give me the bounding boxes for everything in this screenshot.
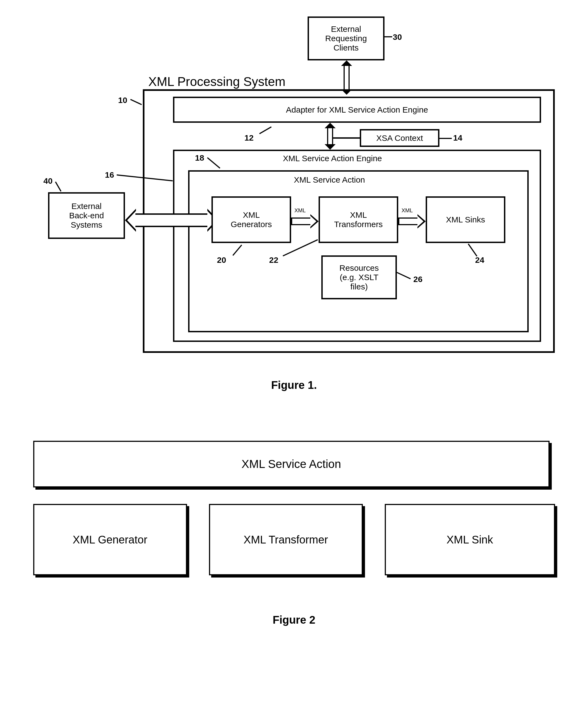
arrow-clients-adapter	[340, 60, 353, 95]
engine-title: XML Service Action Engine	[283, 154, 382, 163]
pipe-label-1: XML	[294, 207, 306, 214]
figure-2: XML Service Action XML Generator XML Tra…	[33, 441, 555, 575]
leader-30	[384, 36, 392, 37]
leader-14	[439, 138, 452, 139]
arrow-trans-sink	[398, 214, 426, 229]
ref-30: 30	[393, 33, 402, 42]
system-title: XML Processing System	[148, 74, 285, 89]
action-title: XML Service Action	[294, 175, 365, 185]
ref-12: 12	[245, 133, 253, 143]
fig2-service-action: XML Service Action	[33, 441, 549, 488]
figure-2-caption: Figure 2	[30, 614, 558, 626]
ref-18: 18	[195, 153, 204, 163]
xsa-context-box: XSA Context	[360, 129, 439, 147]
generators-box: XML Generators	[211, 196, 291, 243]
adapter-box: Adapter for XML Service Action Engine	[173, 97, 541, 123]
ref-22: 22	[269, 255, 278, 265]
pipe-label-2: XML	[401, 207, 413, 214]
leader-40	[55, 181, 61, 192]
ref-14: 14	[453, 133, 462, 143]
arrow-backend-generators	[125, 209, 218, 232]
arrow-adapter-engine	[324, 123, 336, 150]
fig2-sink: XML Sink	[385, 504, 555, 575]
fig2-transformer: XML Transformer	[209, 504, 363, 575]
xsa-connector	[332, 137, 360, 139]
ref-40: 40	[43, 176, 52, 186]
external-backend-box: External Back-end Systems	[48, 192, 125, 239]
ref-20: 20	[217, 255, 226, 265]
action-box	[188, 170, 529, 332]
sinks-box: XML Sinks	[426, 196, 505, 243]
fig2-generator: XML Generator	[33, 504, 187, 575]
leader-10	[130, 99, 142, 105]
transformers-box: XML Transformers	[319, 196, 398, 243]
resources-box: Resources (e.g. XSLT files)	[321, 255, 397, 299]
arrow-gen-trans	[291, 214, 319, 229]
figure-1: External Requesting Clients 30 XML Proce…	[30, 17, 552, 360]
ref-26: 26	[413, 275, 422, 284]
external-clients-box: External Requesting Clients	[308, 17, 384, 60]
ref-10: 10	[118, 95, 127, 105]
ref-16: 16	[105, 170, 114, 179]
figure-1-caption: Figure 1.	[30, 379, 558, 391]
ref-24: 24	[475, 255, 484, 265]
